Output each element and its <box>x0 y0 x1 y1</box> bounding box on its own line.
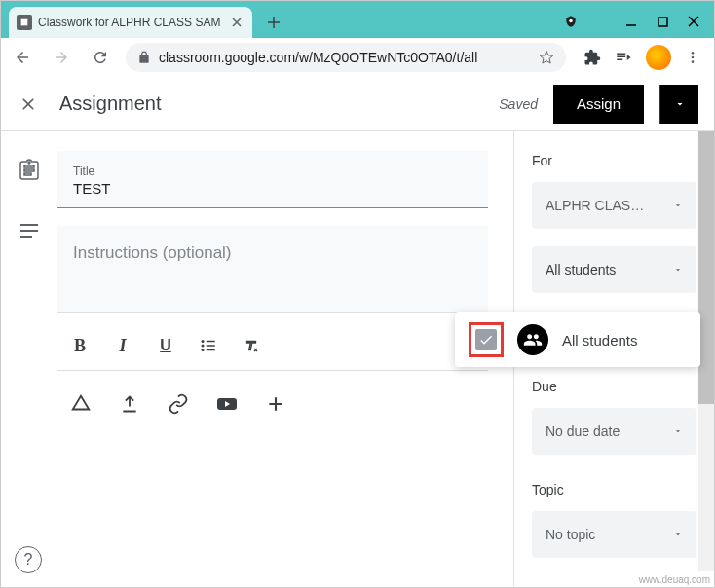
youtube-button[interactable] <box>215 392 239 416</box>
close-assignment-button[interactable] <box>17 92 40 116</box>
students-popup: All students <box>455 312 700 367</box>
caret-down-icon <box>673 265 683 275</box>
underline-button[interactable]: U <box>155 335 176 356</box>
reload-button[interactable] <box>87 44 114 71</box>
students-dropdown[interactable]: All students <box>532 246 696 293</box>
upload-button[interactable] <box>118 392 141 416</box>
topic-value: No topic <box>546 527 595 542</box>
link-button[interactable] <box>167 392 190 416</box>
forward-button[interactable] <box>48 44 75 71</box>
caret-down-icon <box>673 201 683 210</box>
browser-tab[interactable]: Classwork for ALPHR CLASS SAM <box>9 7 252 38</box>
svg-point-3 <box>692 52 695 55</box>
title-label: Title <box>73 165 472 178</box>
class-selected: ALPHR CLAS… <box>546 198 644 213</box>
caret-down-icon <box>674 98 686 110</box>
topic-label: Topic <box>532 482 696 497</box>
scrollbar[interactable] <box>698 131 714 571</box>
all-students-label: All students <box>562 332 638 349</box>
svg-point-4 <box>692 56 695 59</box>
back-button[interactable] <box>9 44 36 71</box>
window-controls <box>550 7 714 36</box>
close-window-icon[interactable] <box>687 15 700 28</box>
svg-rect-2 <box>659 18 667 26</box>
svg-point-1 <box>569 19 573 23</box>
addressbar[interactable]: classroom.google.com/w/MzQ0OTEwNTc0OTA0/… <box>126 43 566 72</box>
tab-close-icon[interactable] <box>229 15 245 30</box>
extensions-puzzle-icon[interactable] <box>583 49 601 66</box>
students-selected: All students <box>546 262 616 277</box>
lock-icon <box>137 51 151 64</box>
url-text: classroom.google.com/w/MzQ0OTEwNTc0OTA0/… <box>159 50 531 65</box>
assign-button[interactable]: Assign <box>553 85 644 124</box>
due-label: Due <box>532 379 696 394</box>
svg-point-5 <box>692 60 695 63</box>
checkbox-checked-icon[interactable] <box>475 329 497 350</box>
topic-dropdown[interactable]: No topic <box>532 511 696 558</box>
due-value: No due date <box>546 423 620 439</box>
browser-menu-icon[interactable] <box>685 50 700 65</box>
svg-point-6 <box>202 340 205 343</box>
tab-favicon-icon <box>17 15 32 30</box>
class-dropdown[interactable]: ALPHR CLAS… <box>532 182 696 229</box>
create-button[interactable] <box>264 392 287 416</box>
title-field[interactable]: Title TEST <box>57 151 488 208</box>
instructions-placeholder: Instructions (optional) <box>73 243 472 263</box>
bookmark-star-icon[interactable] <box>539 50 554 65</box>
drive-button[interactable] <box>69 392 93 416</box>
svg-point-8 <box>202 349 205 351</box>
text-format-icon[interactable] <box>18 219 41 242</box>
page-title: Assignment <box>59 92 162 115</box>
scrollbar-thumb[interactable] <box>698 131 714 404</box>
title-value[interactable]: TEST <box>73 180 472 202</box>
for-label: For <box>532 153 696 168</box>
due-date-dropdown[interactable]: No due date <box>532 408 696 455</box>
assign-dropdown-button[interactable] <box>659 85 698 124</box>
clear-format-button[interactable] <box>241 335 262 356</box>
profile-avatar[interactable] <box>646 45 671 70</box>
checkbox-highlight <box>469 322 504 357</box>
new-tab-button[interactable] <box>260 9 287 36</box>
bullet-list-button[interactable] <box>198 335 219 356</box>
security-shield-icon[interactable] <box>564 15 578 28</box>
left-rail <box>1 131 57 587</box>
media-control-icon[interactable] <box>615 49 632 66</box>
extension-icons <box>578 45 706 70</box>
titlebar: Classwork for ALPHR CLASS SAM <box>1 1 714 38</box>
addressbar-row: classroom.google.com/w/MzQ0OTEwNTc0OTA0/… <box>1 38 714 77</box>
attachment-row <box>57 371 488 437</box>
minimize-icon[interactable] <box>624 15 638 28</box>
format-toolbar: B I U <box>57 321 488 371</box>
saved-status: Saved <box>499 96 538 112</box>
maximize-icon[interactable] <box>656 15 669 28</box>
all-students-option[interactable]: All students <box>455 312 700 367</box>
caret-down-icon <box>673 530 683 539</box>
editor-area: Title TEST Instructions (optional) B I U <box>57 131 513 587</box>
svg-rect-0 <box>21 19 28 26</box>
caret-down-icon <box>673 426 683 436</box>
tab-title: Classwork for ALPHR CLASS SAM <box>38 16 223 29</box>
svg-point-7 <box>202 345 205 348</box>
app-header: Assignment Saved Assign <box>1 77 714 131</box>
bold-button[interactable]: B <box>69 335 91 356</box>
italic-button[interactable]: I <box>112 335 133 356</box>
watermark: www.deuaq.com <box>639 574 710 585</box>
instructions-field[interactable]: Instructions (optional) <box>57 226 488 313</box>
browser-chrome: Classwork for ALPHR CLASS SAM classroom.… <box>1 1 714 77</box>
assignment-type-icon[interactable] <box>18 159 41 182</box>
help-button[interactable]: ? <box>15 546 42 573</box>
group-icon <box>517 324 548 355</box>
